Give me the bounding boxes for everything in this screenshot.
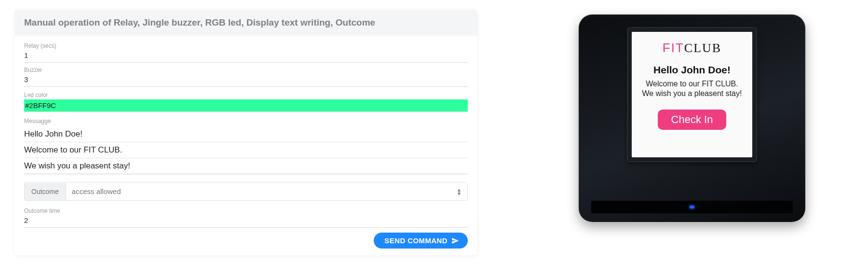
led-field: Led color (24, 92, 468, 112)
panel-body: Relay (secs) Buzzer Led color Messagge H… (14, 36, 477, 228)
outcome-row: Outcome access allowed ▴▾ (24, 182, 468, 201)
led-input[interactable] (24, 99, 468, 111)
outcome-time-label: Outcome time (24, 208, 468, 214)
outcome-time-input[interactable] (24, 215, 468, 225)
device-line-1: Welcome to our FIT CLUB. (646, 80, 738, 88)
panel-title: Manual operation of Relay, Jingle buzzer… (14, 10, 477, 36)
led-highlight (24, 99, 468, 112)
led-label: Led color (24, 92, 468, 98)
message-field: Messagge Hello John Doe! Welcome to our … (24, 118, 468, 174)
buzzer-label: Buzzer (24, 67, 468, 73)
relay-field: Relay (secs) (24, 42, 468, 63)
buzzer-field: Buzzer (24, 67, 468, 87)
device-line-2: We wish you a pleasent stay! (642, 89, 742, 98)
brand-logo: FITCLUB (663, 41, 721, 55)
kiosk-device: FITCLUB Hello John Doe! Welcome to our F… (579, 14, 805, 222)
manual-operation-panel: Manual operation of Relay, Jingle buzzer… (14, 10, 477, 255)
screen-frame: FITCLUB Hello John Doe! Welcome to our F… (627, 27, 757, 162)
relay-label: Relay (secs) (24, 42, 468, 49)
device-greeting: Hello John Doe! (653, 64, 731, 76)
check-in-button[interactable]: Check In (658, 110, 727, 130)
button-row: SEND COMMAND (14, 228, 477, 249)
send-command-button[interactable]: SEND COMMAND (374, 233, 468, 249)
device-screen: FITCLUB Hello John Doe! Welcome to our F… (632, 32, 752, 157)
send-icon (451, 237, 459, 245)
buzzer-input[interactable] (24, 74, 468, 84)
outcome-tag: Outcome (25, 183, 66, 200)
outcome-time-field: Outcome time (24, 208, 468, 228)
device-wrap: FITCLUB Hello John Doe! Welcome to our F… (535, 10, 849, 222)
relay-input[interactable] (24, 50, 468, 60)
outcome-select[interactable]: access allowed (66, 182, 467, 200)
message-line-2[interactable]: Welcome to our FIT CLUB. (24, 142, 468, 158)
message-line-1[interactable]: Hello John Doe! (24, 126, 468, 142)
logo-fit: FIT (663, 41, 684, 55)
message-line-3[interactable]: We wish you a pleasent stay! (24, 158, 468, 174)
logo-club: CLUB (684, 41, 721, 55)
message-label: Messagge (24, 118, 468, 125)
send-command-label: SEND COMMAND (384, 236, 448, 245)
speaker-grille (591, 201, 793, 213)
